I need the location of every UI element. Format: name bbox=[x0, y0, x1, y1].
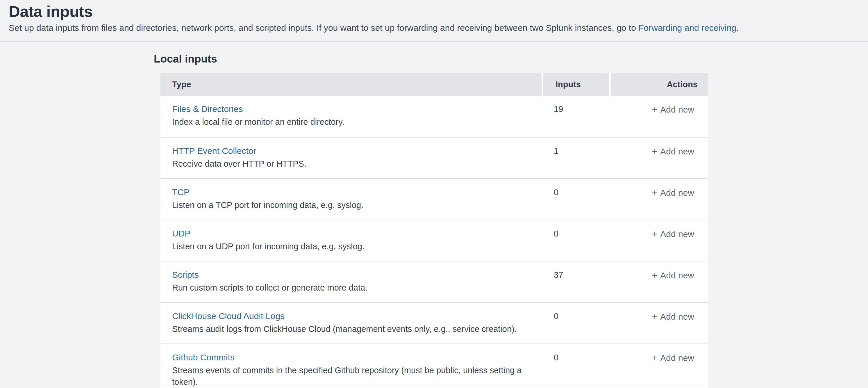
table-row: Scripts Run custom scripts to collect or… bbox=[160, 261, 708, 302]
plus-icon: + bbox=[652, 187, 657, 198]
page-intro-period: . bbox=[736, 23, 739, 33]
input-type-link[interactable]: TCP bbox=[172, 186, 189, 198]
input-count: 0 bbox=[554, 229, 558, 238]
table-row: TCP Listen on a TCP port for incoming da… bbox=[160, 178, 708, 219]
input-type-description: Run custom scripts to collect or generat… bbox=[172, 282, 541, 294]
add-new-button[interactable]: +Add new bbox=[652, 310, 694, 323]
add-new-label: Add new bbox=[660, 188, 694, 198]
column-header-inputs[interactable]: Inputs bbox=[543, 73, 609, 96]
page-intro-text: Set up data inputs from files and direct… bbox=[9, 23, 638, 33]
add-new-label: Add new bbox=[660, 270, 694, 280]
table-row: HTTP Event Collector Receive data over H… bbox=[160, 137, 708, 178]
table-row: UDP Listen on a UDP port for incoming da… bbox=[160, 219, 708, 261]
add-new-button[interactable]: +Add new bbox=[652, 186, 694, 199]
table-header-row: Type Inputs Actions bbox=[160, 73, 708, 96]
input-type-description: Streams audit logs from ClickHouse Cloud… bbox=[172, 323, 541, 335]
column-header-actions: Actions bbox=[611, 73, 708, 96]
content-area: Local inputs Type Inputs Actions Files &… bbox=[0, 42, 868, 388]
add-new-button[interactable]: +Add new bbox=[652, 145, 694, 157]
input-type-description: Receive data over HTTP or HTTPS. bbox=[172, 158, 541, 170]
section-title: Local inputs bbox=[154, 53, 868, 65]
add-new-label: Add new bbox=[660, 229, 694, 239]
plus-icon: + bbox=[652, 270, 657, 281]
table-row: Files & Directories Index a local file o… bbox=[160, 96, 708, 137]
input-type-link[interactable]: HTTP Event Collector bbox=[172, 145, 256, 157]
table-row: ClickHouse Cloud Audit Logs Streams audi… bbox=[160, 302, 708, 344]
add-new-button[interactable]: +Add new bbox=[652, 352, 694, 364]
add-new-label: Add new bbox=[660, 147, 694, 156]
input-count: 0 bbox=[554, 188, 558, 197]
add-new-label: Add new bbox=[660, 353, 694, 363]
page-title: Data inputs bbox=[9, 2, 859, 20]
input-type-link[interactable]: UDP bbox=[172, 228, 190, 239]
input-count: 19 bbox=[554, 105, 563, 114]
forwarding-receiving-link[interactable]: Forwarding and receiving bbox=[638, 23, 736, 33]
input-type-description: Streams events of commits in the specifi… bbox=[172, 364, 541, 388]
input-type-description: Listen on a TCP port for incoming data, … bbox=[172, 199, 541, 211]
input-count: 37 bbox=[554, 270, 563, 279]
input-type-description: Index a local file or monitor an entire … bbox=[172, 116, 541, 128]
input-type-link[interactable]: ClickHouse Cloud Audit Logs bbox=[172, 310, 285, 322]
plus-icon: + bbox=[652, 228, 657, 239]
add-new-label: Add new bbox=[660, 105, 694, 114]
plus-icon: + bbox=[652, 311, 657, 322]
input-count: 1 bbox=[554, 146, 558, 156]
add-new-label: Add new bbox=[660, 312, 694, 321]
plus-icon: + bbox=[652, 352, 657, 363]
column-header-type[interactable]: Type bbox=[160, 73, 541, 96]
input-type-description: Listen on a UDP port for incoming data, … bbox=[172, 241, 541, 252]
add-new-button[interactable]: +Add new bbox=[652, 269, 694, 281]
input-count: 0 bbox=[554, 311, 558, 321]
input-count: 0 bbox=[554, 353, 558, 362]
page-intro: Set up data inputs from files and direct… bbox=[9, 22, 859, 34]
input-type-link[interactable]: Github Commits bbox=[172, 352, 235, 363]
page-header: Data inputs Set up data inputs from file… bbox=[0, 0, 868, 42]
add-new-button[interactable]: +Add new bbox=[652, 228, 694, 240]
add-new-button[interactable]: +Add new bbox=[652, 103, 694, 116]
plus-icon: + bbox=[652, 104, 657, 115]
input-type-link[interactable]: Files & Directories bbox=[172, 103, 243, 115]
local-inputs-table: Type Inputs Actions Files & Directories … bbox=[160, 73, 708, 388]
plus-icon: + bbox=[652, 146, 657, 157]
table-row: Github Commits Streams events of commits… bbox=[160, 344, 708, 385]
table-body: Files & Directories Index a local file o… bbox=[160, 96, 708, 385]
input-type-link[interactable]: Scripts bbox=[172, 269, 199, 281]
